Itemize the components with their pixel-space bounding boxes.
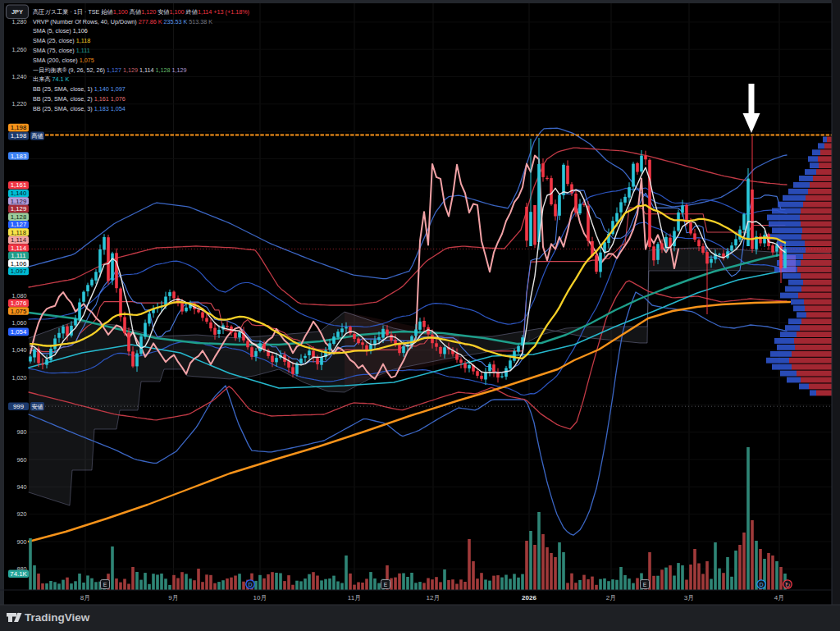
svg-text:1,183: 1,183 [11,153,27,160]
svg-text:1,106: 1,106 [11,260,27,267]
svg-text:1,140: 1,140 [11,190,27,197]
svg-text:E: E [643,582,647,588]
svg-text:1,097: 1,097 [11,267,27,275]
svg-text:D: D [759,582,763,588]
svg-text:出来高 74.1 K: 出来高 74.1 K [33,75,70,83]
svg-text:9月: 9月 [168,594,178,601]
svg-text:1,240: 1,240 [12,73,27,80]
svg-text:999: 999 [13,403,24,410]
svg-text:↻: ↻ [785,582,791,589]
svg-text:高圧ガス工業 · 1日 · TSE 始値1,100 高値1,: 高圧ガス工業 · 1日 · TSE 始値1,100 高値1,120 安値1,10… [33,8,249,16]
svg-text:74.1K: 74.1K [10,570,27,578]
svg-text:1,280: 1,280 [12,18,27,25]
svg-text:1,080: 1,080 [12,292,27,299]
svg-text:980: 980 [17,428,27,436]
svg-text:3月: 3月 [684,594,694,601]
svg-text:BB (25, SMA, close, 2) 1,161: BB (25, SMA, close, 2) 1,161 1,076 [33,95,126,103]
svg-text:1,060: 1,060 [12,319,27,327]
svg-text:1,127: 1,127 [11,221,27,228]
svg-text:BB (25, SMA, close, 3) 1,183: BB (25, SMA, close, 3) 1,183 1,054 [33,105,126,112]
svg-text:1,129: 1,129 [11,198,27,205]
svg-text:2月: 2月 [606,594,616,601]
svg-text:VRVP (Number Of Rows, 40, Up/D: VRVP (Number Of Rows, 40, Up/Down) 277.8… [33,18,212,25]
svg-text:1,198: 1,198 [11,124,27,131]
svg-text:920: 920 [17,510,27,518]
svg-text:1,161: 1,161 [11,181,27,189]
svg-text:4月: 4月 [774,594,784,601]
svg-text:1,114: 1,114 [11,245,27,252]
svg-text:E: E [384,582,388,588]
svg-text:10月: 10月 [253,594,267,601]
svg-text:900: 900 [17,538,27,546]
svg-text:D: D [248,582,252,588]
svg-text:2026: 2026 [522,594,536,601]
svg-text:960: 960 [17,456,27,464]
svg-text:高値: 高値 [32,133,43,139]
svg-text:安値: 安値 [32,404,43,409]
svg-text:SMA (25, close) 1,118: SMA (25, close) 1,118 [33,37,90,44]
svg-text:1,220: 1,220 [12,100,27,107]
svg-text:11月: 11月 [348,594,361,601]
svg-text:BB (25, SMA, close, 1) 1,140: BB (25, SMA, close, 1) 1,140 1,097 [33,85,126,93]
svg-text:12月: 12月 [427,594,441,601]
svg-text:1,076: 1,076 [11,299,27,307]
svg-text:1,198: 1,198 [11,132,27,139]
svg-text:SMA (200, close) 1,075: SMA (200, close) 1,075 [33,57,94,64]
svg-text:8月: 8月 [80,594,90,601]
svg-text:1,128: 1,128 [11,213,27,221]
svg-text:1,040: 1,040 [12,346,27,354]
svg-text:940: 940 [17,483,27,491]
svg-text:E: E [103,582,107,588]
svg-text:一目均衡表® (9, 26, 52, 26) 1,127: 一目均衡表® (9, 26, 52, 26) 1,127 1,129 1,114… [33,66,186,74]
svg-text:1,111: 1,111 [11,252,25,259]
svg-text:1,020: 1,020 [12,374,27,382]
svg-text:1,114: 1,114 [11,236,27,244]
svg-text:1,054: 1,054 [11,328,27,336]
svg-text:SMA (5, close) 1,106: SMA (5, close) 1,106 [33,27,88,34]
svg-text:SMA (75, close) 1,111: SMA (75, close) 1,111 [33,47,90,54]
svg-text:JPY: JPY [11,8,23,16]
svg-text:1,118: 1,118 [11,229,26,236]
svg-text:1,129: 1,129 [11,205,27,213]
svg-text:TradingView: TradingView [25,611,90,624]
svg-text:1,075: 1,075 [11,308,27,315]
svg-text:1,260: 1,260 [12,46,27,53]
